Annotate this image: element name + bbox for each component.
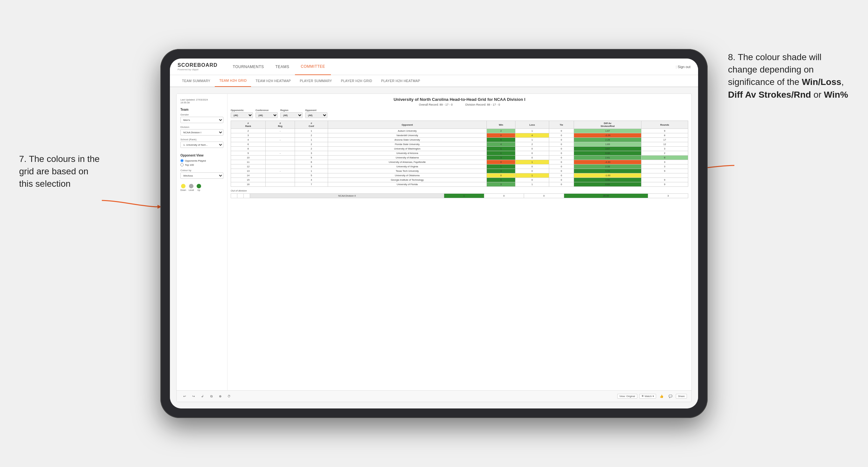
col-win: Win — [487, 121, 515, 129]
sidebar-team-title: Team — [180, 108, 223, 111]
col-rank: #Rank — [231, 121, 266, 129]
col-tie: Tie — [549, 121, 574, 129]
table-row: 13 - 1 Texas Tech University 3 0 0 5.56 … — [231, 169, 688, 174]
sub-nav-player-h2h-heatmap[interactable]: PLAYER H2H HEATMAP — [377, 75, 425, 87]
table-row: 12 3 University of Virginia 1 0 0 2.33 3 — [231, 164, 688, 169]
nav-tournaments[interactable]: TOURNAMENTS — [227, 59, 270, 75]
dashboard-inner: Last Updated: 27/03/202416:55:38 Team Ge… — [177, 94, 691, 390]
sub-nav-team-h2h-grid[interactable]: TEAM H2H GRID — [215, 75, 251, 87]
radio-opponents-played[interactable]: Opponents Played — [180, 159, 223, 162]
thumbs-up-button[interactable]: 👍 — [658, 393, 665, 400]
region-filter: Region (All) — [280, 109, 303, 118]
annotation-right: 8. The colour shade will change dependin… — [728, 51, 849, 101]
opponent-select[interactable]: (All) — [305, 112, 328, 118]
table-row: 15 4 Georgia Institute of Technology 5 0… — [231, 178, 688, 182]
watch-button[interactable]: 👁 Watch ▾ — [639, 394, 656, 399]
h2h-table: #Rank #Reg #Conf Opponent Win Loss Tie D… — [231, 121, 688, 187]
left-arrow — [99, 188, 162, 213]
dashboard-panel: Last Updated: 27/03/202416:55:38 Team Ge… — [176, 94, 692, 402]
table-row: 14 5 University of Oklahoma 0 1 0 -1.00 — [231, 174, 688, 178]
out-of-division-table: NCAA Division II 1 0 0 26.00 3 — [231, 193, 688, 198]
nav-committee[interactable]: COMMITTEE — [295, 59, 331, 75]
opponent-view-radios: Opponents Played Top 100 — [180, 159, 223, 166]
view-original-button[interactable]: View: Original — [617, 394, 637, 399]
copy-button[interactable]: ⧉ — [208, 393, 215, 400]
redo-button[interactable]: ↪ — [190, 393, 197, 400]
sub-nav-player-summary[interactable]: PLAYER SUMMARY — [295, 75, 336, 87]
legend-level: Level — [189, 184, 194, 191]
grid-subtitle: Overall Record: 89 - 17 - 0 Division Rec… — [231, 103, 688, 106]
opponents-select[interactable]: (All) — [231, 112, 253, 118]
school-select[interactable]: 1. University of Nort... — [180, 142, 223, 148]
sidebar-meta: Last Updated: 27/03/202416:55:38 — [180, 98, 223, 104]
table-row: 16 7 University of Florida 3 1 0 6.62 9 — [231, 182, 688, 187]
table-row: 4 - 1 Arizona State University 5 1 0 2.2… — [231, 138, 688, 142]
sign-out-button[interactable]: Sign out — [676, 65, 690, 69]
tablet-screen: SCOREBOARD Powered by clippd TOURNAMENTS… — [170, 59, 698, 408]
col-loss: Loss — [516, 121, 549, 129]
paste-button[interactable]: ⊕ — [217, 393, 224, 400]
logo-area: SCOREBOARD Powered by clippd — [178, 62, 218, 71]
sub-nav: TEAM SUMMARY TEAM H2H GRID TEAM H2H HEAT… — [170, 75, 698, 87]
sub-nav-team-summary[interactable]: TEAM SUMMARY — [178, 75, 215, 87]
left-sidebar: Last Updated: 27/03/202416:55:38 Team Ge… — [177, 94, 227, 390]
table-row: 3 2 Vanderbilt University 0 4 0 -2.29 8 — [231, 133, 688, 138]
table-row: 10 5 University of Alabama 3 0 0 2.61 8 — [231, 156, 688, 160]
col-rounds: Rounds — [641, 121, 688, 129]
col-opponent: Opponent — [328, 121, 487, 129]
col-conf: #Conf — [295, 121, 328, 129]
sub-nav-team-h2h-heatmap[interactable]: TEAM H2H HEATMAP — [251, 75, 295, 87]
table-row: 11 6 University of Arkansas, Fayettevill… — [231, 160, 688, 164]
undo-button[interactable]: ↩ — [181, 393, 188, 400]
region-select[interactable]: (All) — [280, 112, 303, 118]
nav-teams[interactable]: TEAMS — [270, 59, 295, 75]
comment-button[interactable]: 💬 — [667, 393, 674, 400]
main-content: Last Updated: 27/03/202416:55:38 Team Ge… — [170, 87, 698, 408]
step-back-button[interactable]: ↲ — [199, 393, 206, 400]
up-dot — [197, 184, 201, 188]
grid-title: University of North Carolina Head-to-Hea… — [231, 97, 688, 102]
right-content: University of North Carolina Head-to-Hea… — [227, 94, 691, 390]
opponent-filter: Opponent (All) — [305, 109, 328, 118]
division-label: Division — [180, 126, 223, 128]
annotation-left: 7. The colours in the grid are based on … — [19, 153, 102, 190]
gender-select[interactable]: Men's — [180, 117, 223, 123]
table-row: 8 2 University of Washington 1 0 0 3.67 … — [231, 147, 688, 151]
legend-down: Down — [180, 184, 186, 191]
sub-nav-player-h2h-grid[interactable]: PLAYER H2H GRID — [336, 75, 376, 87]
logo-sub: Powered by clippd — [178, 68, 218, 71]
out-of-division-row: NCAA Division II 1 0 0 26.00 3 — [231, 194, 688, 198]
colour-by-select[interactable]: Win/loss — [180, 173, 223, 179]
out-of-division-label: Out of division — [231, 189, 688, 192]
top-nav: SCOREBOARD Powered by clippd TOURNAMENTS… — [170, 59, 698, 75]
school-label: School (Rank) — [180, 138, 223, 141]
filters-row: Opponents: (All) Conference (All) Region… — [231, 109, 688, 118]
col-reg: #Reg — [266, 121, 294, 129]
table-row: 6 2 Florida State University 4 2 0 1.83 … — [231, 142, 688, 147]
conference-select[interactable]: (All) — [255, 112, 278, 118]
share-button[interactable]: Share — [676, 394, 687, 399]
bottom-toolbar: ↩ ↪ ↲ ⧉ ⊕ ⏱ View: Original 👁 Watch ▾ 👍 — [177, 390, 691, 402]
col-diff: Diff AvStrokes/Rnd — [574, 121, 642, 129]
tablet-device: SCOREBOARD Powered by clippd TOURNAMENTS… — [160, 49, 708, 418]
logo-title: SCOREBOARD — [178, 62, 218, 68]
table-row: 2 - 1 Auburn University 2 1 0 1.67 9 — [231, 129, 688, 133]
legend-up: Up — [197, 184, 201, 191]
division-select[interactable]: NCAA Division I — [180, 129, 223, 135]
down-dot — [181, 184, 186, 188]
opponents-filter: Opponents: (All) — [231, 109, 253, 118]
level-dot — [189, 184, 193, 188]
colour-by-label: Colour by — [180, 169, 223, 172]
conference-filter: Conference (All) — [255, 109, 278, 118]
table-header-row: #Rank #Reg #Conf Opponent Win Loss Tie D… — [231, 121, 688, 129]
color-legend: Down Level Up — [180, 184, 223, 191]
opponent-view-title: Opponent View — [180, 154, 223, 157]
gender-label: Gender — [180, 113, 223, 116]
radio-top-100[interactable]: Top 100 — [180, 163, 223, 166]
table-row: 9 - 3 University of Arizona 1 0 0 9.00 2 — [231, 151, 688, 156]
timer-button[interactable]: ⏱ — [225, 393, 232, 400]
